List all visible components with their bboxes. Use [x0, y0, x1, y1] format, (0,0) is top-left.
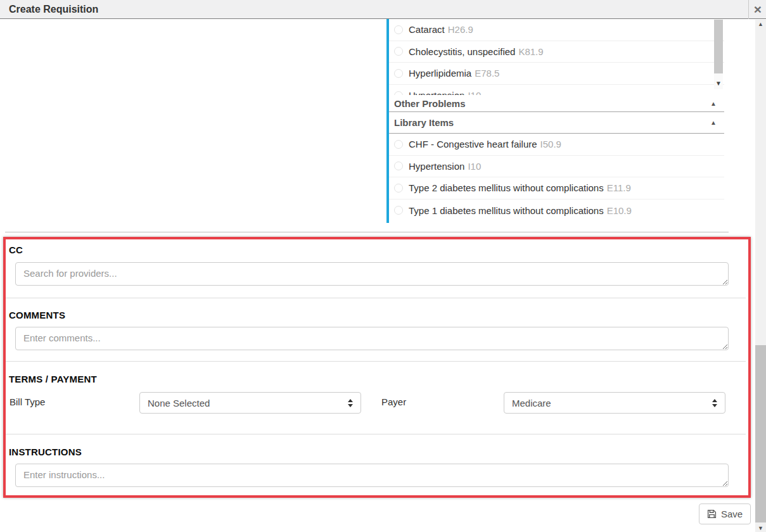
- bill-type-label: Bill Type: [10, 396, 45, 408]
- updown-arrows-icon: [348, 399, 353, 407]
- list-item[interactable]: Cataract H26.9: [389, 19, 724, 41]
- library-items-list: CHF - Congestive heart failure I50.9 Hyp…: [389, 134, 724, 221]
- instructions-label: INSTRUCTIONS: [9, 446, 82, 458]
- divider: [5, 232, 729, 232]
- payer-label: Payer: [381, 396, 406, 408]
- list-item[interactable]: Hypertension I10: [389, 156, 724, 178]
- list-item[interactable]: Cholecystitis, unspecified K81.9: [389, 41, 724, 63]
- diagnosis-list-scrollbar[interactable]: [714, 20, 723, 89]
- scroll-down-icon[interactable]: ▼: [755, 525, 766, 531]
- scroll-up-icon[interactable]: ▲: [755, 21, 766, 27]
- list-item[interactable]: CHF - Congestive heart failure I50.9: [389, 134, 724, 156]
- list-item[interactable]: Hyperlipidemia E78.5: [389, 63, 724, 85]
- main-scrollbar-thumb[interactable]: [755, 345, 766, 522]
- comments-label: COMMENTS: [9, 310, 65, 321]
- modal-header: Create Requisition ×: [0, 0, 766, 19]
- divider: [6, 361, 746, 362]
- radio-icon[interactable]: [394, 47, 403, 56]
- radio-icon[interactable]: [394, 69, 403, 78]
- list-item[interactable]: Hypertension I10: [389, 85, 724, 96]
- radio-icon[interactable]: [394, 25, 403, 34]
- radio-icon[interactable]: [394, 206, 403, 215]
- radio-icon[interactable]: [394, 162, 403, 170]
- chevron-up-icon[interactable]: ▲: [710, 119, 717, 126]
- list-item[interactable]: Type 1 diabetes mellitus without complic…: [389, 200, 724, 222]
- comments-input[interactable]: [15, 327, 729, 350]
- cc-label: CC: [9, 244, 23, 256]
- save-button-label: Save: [721, 509, 743, 519]
- instructions-input[interactable]: [15, 464, 729, 487]
- bill-type-select[interactable]: None Selected: [139, 392, 361, 414]
- radio-icon[interactable]: [394, 184, 403, 193]
- updown-arrows-icon: [712, 399, 717, 407]
- diagnosis-scroll-list: Cataract H26.9 Cholecystitis, unspecifie…: [389, 19, 724, 95]
- scroll-down-icon[interactable]: ▼: [714, 80, 723, 87]
- save-button[interactable]: Save: [699, 504, 751, 524]
- cc-search-input[interactable]: [15, 262, 729, 286]
- section-other-problems[interactable]: Other Problems ▲: [389, 95, 724, 112]
- divider: [6, 434, 746, 434]
- create-requisition-modal: Create Requisition × ▲ ▼ Cataract H26.9 …: [0, 0, 766, 532]
- header-divider: [748, 0, 749, 19]
- terms-payment-label: TERMS / PAYMENT: [9, 374, 97, 385]
- floppy-disk-icon: [707, 509, 717, 519]
- radio-icon[interactable]: [394, 140, 403, 149]
- list-item[interactable]: Type 2 diabetes mellitus without complic…: [389, 177, 724, 200]
- section-library-items[interactable]: Library Items ▲: [389, 112, 724, 134]
- page-title: Create Requisition: [0, 4, 98, 15]
- diagnosis-list-scrollbar-thumb[interactable]: [714, 20, 723, 73]
- payer-select[interactable]: Medicare: [504, 392, 725, 414]
- main-scrollbar[interactable]: ▲ ▼: [755, 20, 766, 532]
- close-icon[interactable]: ×: [750, 0, 766, 19]
- chevron-up-icon[interactable]: ▲: [710, 100, 717, 107]
- divider: [6, 298, 746, 298]
